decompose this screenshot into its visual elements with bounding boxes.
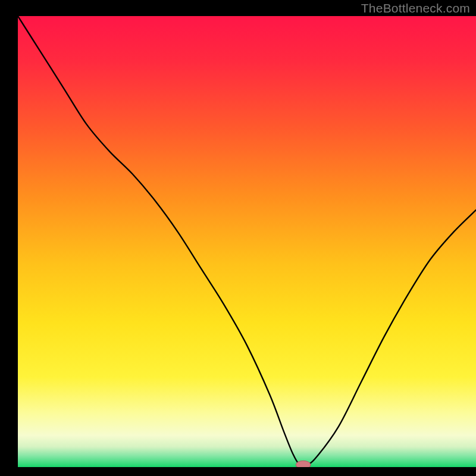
watermark-text: TheBottleneck.com xyxy=(361,1,470,15)
optimal-marker xyxy=(296,461,311,467)
gradient-background xyxy=(18,16,476,467)
chart-frame: TheBottleneck.com xyxy=(0,0,476,476)
plot-area xyxy=(18,16,476,467)
bottleneck-chart xyxy=(18,16,476,467)
